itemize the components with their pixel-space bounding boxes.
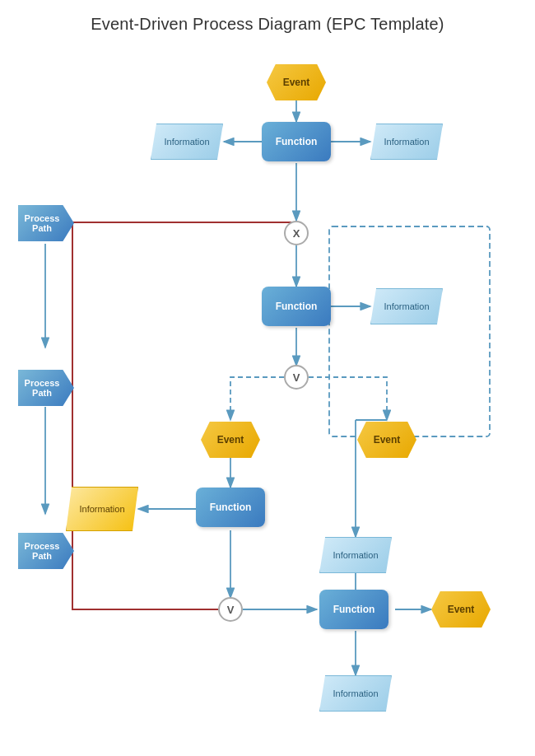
info1-right-shape: Information [370,124,443,160]
info2-right-shape: Information [370,288,443,324]
process-path2-shape: Process Path [18,370,74,406]
process-path3-shape: Process Path [18,533,74,569]
function4-shape: Function [319,590,388,629]
xor-gate: X [284,221,309,245]
event1-shape: Event [267,64,326,100]
event4-shape: Event [431,591,491,628]
or-gate2: V [218,597,243,622]
function3-shape: Function [196,488,265,527]
process-path1-shape: Process Path [18,205,74,241]
function1-shape: Function [262,122,331,161]
info3-right-shape: Information [319,537,392,573]
diagram-container: Event-Driven Process Diagram (EPC Templa… [0,0,535,756]
info5-bottom-shape: Information [319,675,392,712]
info3-left-shape: Information [66,487,138,531]
event2-shape: Event [201,422,260,458]
page-title: Event-Driven Process Diagram (EPC Templa… [0,0,535,34]
event3-shape: Event [357,422,416,458]
info1-left-shape: Information [151,124,223,160]
svg-rect-9 [329,226,490,436]
or-gate1: V [284,365,309,390]
function2-shape: Function [262,287,331,326]
